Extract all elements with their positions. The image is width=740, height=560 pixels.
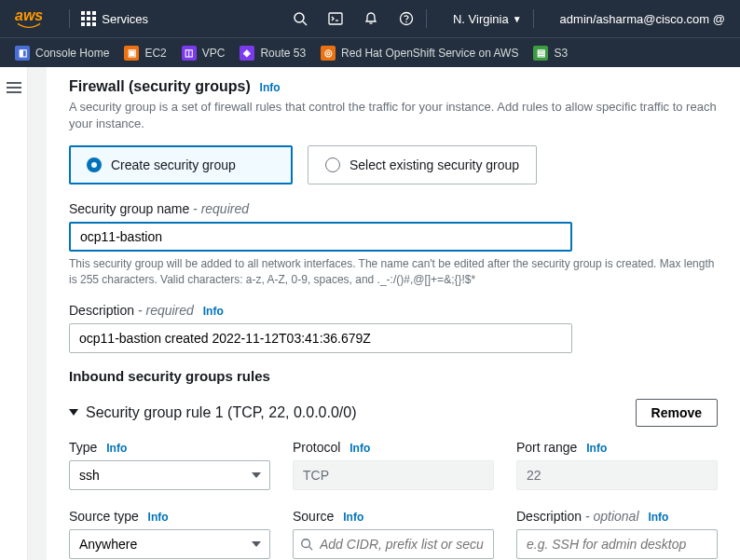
remove-button[interactable]: Remove bbox=[636, 399, 718, 427]
services-button[interactable]: Services bbox=[81, 11, 148, 26]
info-link[interactable]: Info bbox=[148, 511, 169, 524]
svg-point-5 bbox=[400, 13, 412, 25]
region-selector[interactable]: N. Virginia ▼ bbox=[453, 12, 522, 26]
tile-label: Create security group bbox=[111, 157, 236, 172]
firewall-desc: A security group is a set of firewall ru… bbox=[69, 99, 718, 132]
nav-divider bbox=[426, 9, 427, 28]
grid-icon bbox=[81, 11, 96, 26]
sg-name-help: This security group will be added to all… bbox=[69, 256, 718, 288]
rule-protocol-value bbox=[293, 460, 494, 490]
fav-label: VPC bbox=[202, 47, 226, 60]
svg-line-1 bbox=[303, 21, 307, 25]
rule-type-field: Type Info bbox=[69, 440, 270, 490]
route53-icon: ◈ bbox=[240, 46, 254, 61]
tile-label: Select existing security group bbox=[349, 157, 519, 172]
firewall-info-link[interactable]: Info bbox=[260, 81, 281, 94]
sg-name-field: Security group name - required This secu… bbox=[69, 201, 718, 288]
rule-title-text: Security group rule 1 (TCP, 22, 0.0.0.0/… bbox=[86, 404, 357, 421]
aws-smile-icon bbox=[15, 22, 43, 30]
user-label: admin/asharma@cisco.com @ bbox=[560, 12, 725, 26]
caret-down-icon bbox=[69, 409, 78, 416]
aws-logo-text: aws bbox=[15, 7, 43, 23]
info-link[interactable]: Info bbox=[648, 511, 668, 524]
nav-divider bbox=[533, 9, 534, 28]
sidebar-toggle[interactable] bbox=[0, 67, 28, 560]
info-link[interactable]: Info bbox=[349, 442, 370, 455]
rule-desc-field: Description - optional Info bbox=[516, 509, 718, 560]
tile-select-sg[interactable]: Select existing security group bbox=[308, 145, 537, 184]
vpc-icon: ◫ bbox=[182, 46, 197, 61]
chevron-down-icon: ▼ bbox=[513, 14, 522, 24]
main-panel: Firewall (security groups) Info A securi… bbox=[47, 67, 740, 560]
s3-icon: ▤ bbox=[533, 46, 548, 61]
svg-line-8 bbox=[309, 547, 313, 551]
fav-label: S3 bbox=[554, 47, 568, 60]
svg-point-7 bbox=[302, 540, 310, 548]
info-link[interactable]: Info bbox=[586, 442, 607, 455]
ec2-icon: ▣ bbox=[124, 46, 139, 61]
firewall-heading-row: Firewall (security groups) Info bbox=[69, 78, 718, 95]
sg-desc-label: Description - required Info bbox=[69, 303, 718, 318]
rule-protocol-label: Protocol Info bbox=[293, 440, 494, 455]
svg-point-0 bbox=[295, 13, 304, 22]
rule-source-type-select[interactable] bbox=[69, 529, 270, 559]
svg-point-6 bbox=[405, 21, 407, 23]
region-label: N. Virginia bbox=[453, 12, 509, 26]
aws-logo[interactable]: aws bbox=[15, 7, 43, 30]
rule-source-type-label: Source type Info bbox=[69, 509, 270, 524]
sg-desc-field: Description - required Info bbox=[69, 303, 718, 353]
fav-label: EC2 bbox=[144, 47, 166, 60]
rule-port-value bbox=[516, 460, 718, 490]
sg-desc-input[interactable] bbox=[69, 323, 572, 353]
fav-s3[interactable]: ▤ S3 bbox=[533, 46, 568, 61]
sg-name-input[interactable] bbox=[69, 222, 572, 252]
hamburger-icon bbox=[7, 82, 21, 93]
bell-icon[interactable] bbox=[363, 10, 379, 27]
fav-vpc[interactable]: ◫ VPC bbox=[182, 46, 226, 61]
sg-option-tiles: Create security group Select existing se… bbox=[69, 145, 718, 184]
tile-create-sg[interactable]: Create security group bbox=[69, 145, 293, 184]
cloudshell-icon[interactable] bbox=[327, 10, 344, 27]
fav-console-home[interactable]: ◧ Console Home bbox=[15, 46, 109, 61]
scroll-strip bbox=[28, 67, 47, 560]
sg-name-label: Security group name - required bbox=[69, 201, 718, 216]
rule-source-label: Source Info bbox=[293, 509, 494, 524]
openshift-icon: ◎ bbox=[321, 46, 336, 61]
rule-port-field: Port range Info bbox=[516, 440, 718, 490]
rule-title-row[interactable]: Security group rule 1 (TCP, 22, 0.0.0.0/… bbox=[69, 404, 357, 421]
rule-type-select[interactable] bbox=[69, 460, 270, 490]
fav-label: Console Home bbox=[35, 47, 109, 60]
rule-header: Security group rule 1 (TCP, 22, 0.0.0.0/… bbox=[69, 399, 718, 427]
console-home-icon: ◧ bbox=[15, 46, 30, 61]
rule-type-label: Type Info bbox=[69, 440, 270, 455]
radio-icon bbox=[325, 157, 340, 172]
search-icon bbox=[300, 538, 313, 551]
services-label: Services bbox=[102, 12, 148, 26]
rule-desc-label: Description - optional Info bbox=[516, 509, 718, 524]
rule-desc-input[interactable] bbox=[516, 529, 718, 559]
inbound-title: Inbound security groups rules bbox=[69, 368, 718, 384]
fav-label: Red Hat OpenShift Service on AWS bbox=[341, 47, 518, 60]
rule-grid: Type Info Protocol Info Port range In bbox=[69, 440, 718, 560]
rule-protocol-field: Protocol Info bbox=[293, 440, 494, 490]
fav-route53[interactable]: ◈ Route 53 bbox=[240, 46, 306, 61]
fav-ec2[interactable]: ▣ EC2 bbox=[124, 46, 166, 61]
layout: Firewall (security groups) Info A securi… bbox=[0, 67, 740, 560]
search-icon[interactable] bbox=[292, 10, 308, 27]
info-link[interactable]: Info bbox=[106, 442, 127, 455]
user-menu[interactable]: admin/asharma@cisco.com @ bbox=[560, 12, 725, 26]
svg-rect-2 bbox=[329, 13, 342, 24]
firewall-title: Firewall (security groups) bbox=[69, 78, 251, 94]
nav-icons bbox=[292, 10, 415, 27]
rule-source-field: Source Info 0.0.0.0/0 ✕ bbox=[293, 509, 494, 560]
radio-icon bbox=[87, 157, 102, 172]
favorites-bar: ◧ Console Home ▣ EC2 ◫ VPC ◈ Route 53 ◎ … bbox=[0, 37, 740, 67]
fav-openshift[interactable]: ◎ Red Hat OpenShift Service on AWS bbox=[321, 46, 518, 61]
info-link[interactable]: Info bbox=[343, 511, 363, 524]
nav-divider bbox=[69, 9, 70, 28]
help-icon[interactable] bbox=[398, 10, 415, 27]
rule-source-type-field: Source type Info bbox=[69, 509, 270, 560]
fav-label: Route 53 bbox=[260, 47, 306, 60]
rule-source-input[interactable] bbox=[293, 529, 494, 559]
sg-desc-info-link[interactable]: Info bbox=[203, 305, 224, 318]
